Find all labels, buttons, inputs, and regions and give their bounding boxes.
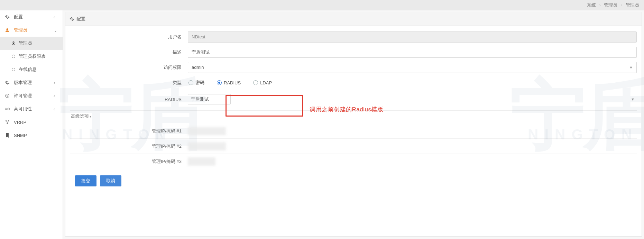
- eyes-icon: [4, 107, 10, 111]
- breadcrumb: 系统 › 管理员 › 管理员: [0, 0, 644, 10]
- crumb-2: 管理员: [626, 2, 639, 8]
- crumb-sep: ›: [599, 2, 600, 8]
- ip-label-3: 管理IP/掩码 #3: [70, 158, 188, 165]
- radio-dot-icon: [12, 68, 15, 71]
- sidebar-sub-online[interactable]: 在线信息: [0, 63, 63, 76]
- chevron-down-icon: ⌄: [54, 28, 58, 33]
- row-ip-3: 管理IP/掩码 #3: [70, 154, 637, 169]
- access-label: 访问权限: [70, 64, 188, 71]
- gear-icon: [70, 17, 74, 21]
- caret-down-icon[interactable]: ▼: [631, 97, 635, 101]
- radio-radius[interactable]: RADIUS: [217, 80, 241, 85]
- advanced-toggle[interactable]: 高级选项 ▾: [70, 110, 637, 122]
- ip-value-redacted: [188, 142, 226, 150]
- config-form: 用户名 NDtest 描述 访问权限 admin: [65, 26, 642, 190]
- radio-circle-icon: [217, 80, 222, 85]
- radio-label: 密码: [195, 80, 204, 86]
- radio-circle-icon: [188, 80, 193, 85]
- ip-value-redacted: [188, 127, 226, 135]
- sidebar-item-version[interactable]: 版本管理 ‹: [0, 76, 63, 89]
- ip-label-2: 管理IP/掩码 #2: [70, 143, 188, 149]
- sidebar-sub-admin-perms[interactable]: 管理员权限表: [0, 50, 63, 63]
- sidebar-item-ha[interactable]: 高可用性 ‹: [0, 102, 63, 116]
- submit-button[interactable]: 提交: [75, 175, 96, 186]
- chevron-left-icon: ‹: [54, 80, 58, 85]
- svg-point-0: [6, 94, 9, 98]
- radius-template-select[interactable]: 宁盾测试: [188, 94, 231, 104]
- sidebar-sub-label: 管理员: [19, 40, 58, 46]
- access-value: admin: [192, 62, 204, 73]
- sidebar-label: 许可管理: [14, 93, 54, 99]
- row-radius: RADIUS 宁盾测试 ▼: [70, 90, 637, 108]
- radio-dot-icon: [12, 42, 15, 45]
- ip-value-redacted: [188, 157, 215, 166]
- desc-input[interactable]: [188, 47, 637, 58]
- radio-label: LDAP: [260, 80, 272, 85]
- caret-down-icon: ▼: [629, 62, 633, 73]
- desc-label: 描述: [70, 49, 188, 55]
- sidebar-label: 管理员: [14, 27, 54, 33]
- copyright-icon: [4, 93, 10, 98]
- username-label: 用户名: [70, 34, 188, 40]
- sidebar: 配置 ‹ 管理员 ⌄ 管理员 管理员权限表 在线信息 版本管理: [0, 10, 63, 239]
- crumb-0[interactable]: 系统: [587, 2, 596, 8]
- chevron-left-icon: ‹: [54, 93, 58, 99]
- cancel-button[interactable]: 取消: [100, 175, 121, 186]
- radio-ldap[interactable]: LDAP: [253, 80, 272, 85]
- row-username: 用户名 NDtest: [70, 29, 637, 45]
- sidebar-item-admin[interactable]: 管理员 ⌄: [0, 24, 63, 37]
- gear-icon: [4, 15, 10, 19]
- row-access: 访问权限 admin ▼: [70, 60, 637, 75]
- form-actions: 提交 取消: [70, 169, 637, 186]
- sidebar-label: VRRP: [14, 120, 58, 125]
- sidebar-item-snmp[interactable]: SNMP: [0, 129, 63, 142]
- sidebar-label: 配置: [14, 14, 54, 20]
- advanced-label: 高级选项: [71, 113, 89, 119]
- main-content: 宁盾 NINGTON 宁盾 NINGTON 配置 用户名 NDtest 描述: [63, 10, 644, 239]
- radius-value: 宁盾测试: [191, 96, 209, 102]
- chevron-left-icon: ‹: [54, 15, 58, 20]
- radius-label: RADIUS: [70, 97, 188, 102]
- radio-label: RADIUS: [224, 80, 241, 85]
- nodes-icon: [4, 120, 10, 125]
- sidebar-item-vrrp[interactable]: VRRP: [0, 116, 63, 129]
- radio-dot-icon: [12, 55, 15, 58]
- access-select[interactable]: admin ▼: [188, 62, 637, 73]
- radio-password[interactable]: 密码: [188, 80, 204, 86]
- chevron-left-icon: ‹: [54, 107, 58, 112]
- sidebar-sub-label: 在线信息: [19, 66, 58, 73]
- panel-header: 配置: [65, 12, 642, 26]
- user-icon: [4, 28, 10, 33]
- sidebar-item-config[interactable]: 配置 ‹: [0, 10, 63, 24]
- row-ip-1: 管理IP/掩码 #1: [70, 123, 637, 139]
- sidebar-sub-admin[interactable]: 管理员: [0, 37, 63, 50]
- triangle-down-icon: ▾: [90, 114, 91, 118]
- sidebar-label: 版本管理: [14, 80, 54, 86]
- svg-point-4: [8, 109, 9, 109]
- row-desc: 描述: [70, 45, 637, 60]
- sidebar-sub-label: 管理员权限表: [19, 53, 58, 59]
- sidebar-label: 高可用性: [14, 106, 54, 112]
- panel-title: 配置: [76, 16, 85, 22]
- row-type: 类型 密码 RADIUS: [70, 75, 637, 90]
- radio-circle-icon: [253, 80, 258, 85]
- ip-label-1: 管理IP/掩码 #1: [70, 128, 188, 134]
- type-label: 类型: [70, 80, 188, 86]
- row-ip-2: 管理IP/掩码 #2: [70, 139, 637, 154]
- gear-icon: [4, 80, 10, 85]
- bookmark-icon: [4, 133, 10, 138]
- type-radio-group: 密码 RADIUS LDAP: [188, 80, 272, 86]
- svg-point-3: [6, 109, 6, 109]
- config-panel: 宁盾 NINGTON 宁盾 NINGTON 配置 用户名 NDtest 描述: [65, 12, 642, 237]
- sidebar-item-license[interactable]: 许可管理 ‹: [0, 89, 63, 102]
- sidebar-label: SNMP: [14, 133, 58, 138]
- crumb-sep: ›: [621, 2, 622, 8]
- crumb-1[interactable]: 管理员: [604, 2, 617, 8]
- username-input: NDtest: [188, 31, 637, 43]
